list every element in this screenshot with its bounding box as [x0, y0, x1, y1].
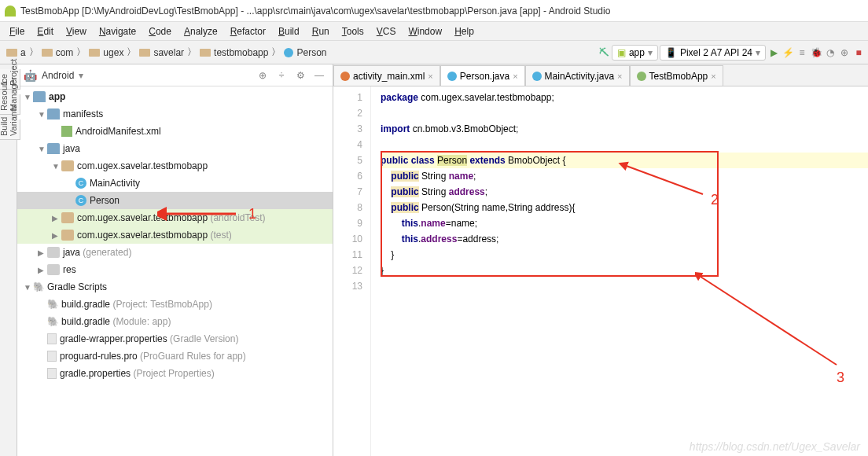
- tree-mainactivity[interactable]: ▶CMainActivity: [17, 175, 333, 192]
- tree-java[interactable]: ▶java (generated): [17, 244, 333, 261]
- tree-com-ugex-savelar-testbmobapp[interactable]: ▼com.ugex.savelar.testbmobapp: [17, 157, 333, 175]
- menu-help[interactable]: Help: [448, 24, 480, 39]
- debug-icon[interactable]: 🐞: [810, 46, 822, 59]
- apply-code-icon[interactable]: ≡: [796, 46, 808, 59]
- module-selector[interactable]: ▣ app ▾: [612, 45, 658, 61]
- menu-refactor[interactable]: Refactor: [224, 24, 272, 39]
- crumb-ugex[interactable]: ugex: [86, 46, 127, 60]
- menu-navigate[interactable]: Navigate: [93, 24, 142, 39]
- device-selector[interactable]: 📱 Pixel 2 A7 API 24 ▾: [660, 45, 766, 61]
- menu-tools[interactable]: Tools: [336, 24, 370, 39]
- editor-tabstrip: activity_main.xml×Person.java×MainActivi…: [333, 64, 868, 86]
- android-icon: 🤖: [24, 69, 37, 82]
- tree-androidmanifest-xml[interactable]: ▶AndroidManifest.xml: [17, 123, 333, 140]
- left-tool-stripe: 1: ProjectResource ManagerBuild Variants: [0, 64, 17, 456]
- tree-gradle-wrapper-properties[interactable]: ▶gradle-wrapper.properties (Gradle Versi…: [17, 330, 333, 348]
- project-tree[interactable]: ▼app▼manifests▶AndroidManifest.xml▼java▼…: [17, 86, 333, 456]
- stop-icon[interactable]: ■: [852, 46, 865, 59]
- nav-toolbar: a〉com〉ugex〉savelar〉testbmobapp〉Person ⛏ …: [0, 41, 868, 64]
- menu-code[interactable]: Code: [142, 24, 178, 39]
- gear-icon[interactable]: ⚙: [293, 68, 307, 83]
- editor-tab-TestBmobApp[interactable]: TestBmobApp×: [630, 65, 723, 86]
- editor-tab-Person.java[interactable]: Person.java×: [440, 65, 525, 86]
- annotation-label-1: 1: [248, 206, 256, 222]
- menu-bar: FileEditViewNavigateCodeAnalyzeRefactorB…: [0, 22, 868, 41]
- close-icon[interactable]: ×: [711, 72, 715, 81]
- code-editor[interactable]: 12345678910111213 package com.ugex.savel…: [333, 86, 868, 456]
- attach-icon[interactable]: ⊕: [838, 46, 851, 59]
- crumb-testbmobapp[interactable]: testbmobapp: [197, 46, 271, 60]
- menu-view[interactable]: View: [60, 24, 93, 39]
- annotation-label-2: 2: [711, 192, 719, 208]
- close-icon[interactable]: ×: [513, 72, 517, 81]
- window-titlebar: TestBmobApp [D:\MyAndroidDevLog\TestBmob…: [0, 0, 868, 22]
- project-panel: 🤖 Android ▾ ⊕ ÷ ⚙ — ▼app▼manifests▶Andro…: [17, 64, 333, 456]
- editor-area: activity_main.xml×Person.java×MainActivi…: [333, 64, 868, 456]
- tree-gradle-scripts[interactable]: ▼🐘Gradle Scripts: [17, 278, 333, 296]
- close-icon[interactable]: ×: [617, 72, 622, 81]
- menu-build[interactable]: Build: [272, 24, 306, 39]
- build-icon[interactable]: ⛏: [598, 46, 610, 59]
- tree-build-gradle[interactable]: ▶🐘build.gradle (Module: app): [17, 313, 333, 330]
- tree-manifests[interactable]: ▼manifests: [17, 105, 333, 123]
- tree-com-ugex-savelar-testbmobapp[interactable]: ▶com.ugex.savelar.testbmobapp (androidTe…: [17, 209, 333, 226]
- hide-icon[interactable]: —: [312, 68, 326, 83]
- line-gutter: 12345678910111213: [333, 86, 371, 456]
- tree-java[interactable]: ▼java: [17, 140, 333, 157]
- tree-person[interactable]: ▶CPerson: [17, 192, 333, 209]
- project-header: 🤖 Android ▾ ⊕ ÷ ⚙ —: [17, 64, 333, 86]
- menu-window[interactable]: Window: [402, 24, 448, 39]
- code-content[interactable]: package com.ugex.savelar.testbmobapp;imp…: [371, 86, 868, 456]
- menu-file[interactable]: File: [3, 24, 31, 39]
- menu-edit[interactable]: Edit: [31, 24, 60, 39]
- editor-tab-activity_main.xml[interactable]: activity_main.xml×: [333, 65, 440, 86]
- collapse-icon[interactable]: ÷: [274, 68, 289, 83]
- menu-analyze[interactable]: Analyze: [178, 24, 224, 39]
- side-tab[interactable]: Build Variants: [0, 120, 20, 140]
- crumb-a[interactable]: a: [3, 46, 29, 60]
- editor-tab-MainActivity.java[interactable]: MainActivity.java×: [525, 65, 630, 86]
- tree-app[interactable]: ▼app: [17, 88, 333, 105]
- watermark: https://blog.csdn.net/Ugex_Savelar: [690, 440, 860, 453]
- breadcrumb: a〉com〉ugex〉savelar〉testbmobapp〉Person: [3, 46, 330, 60]
- tree-res[interactable]: ▶res: [17, 261, 333, 278]
- tree-build-gradle[interactable]: ▶🐘build.gradle (Project: TestBmobApp): [17, 296, 333, 313]
- close-icon[interactable]: ×: [428, 72, 432, 81]
- run-icon[interactable]: ▶: [767, 46, 780, 59]
- menu-run[interactable]: Run: [306, 24, 336, 39]
- tree-proguard-rules-pro[interactable]: ▶proguard-rules.pro (ProGuard Rules for …: [17, 348, 333, 365]
- annotation-label-3: 3: [837, 370, 844, 386]
- window-title: TestBmobApp [D:\MyAndroidDevLog\TestBmob…: [20, 6, 610, 17]
- crumb-com[interactable]: com: [39, 46, 77, 60]
- apply-changes-icon[interactable]: ⚡: [782, 46, 794, 59]
- project-mode[interactable]: Android: [42, 70, 74, 81]
- menu-vcs[interactable]: VCS: [370, 24, 403, 39]
- profile-icon[interactable]: ◔: [824, 46, 837, 59]
- tree-gradle-properties[interactable]: ▶gradle.properties (Project Properties): [17, 365, 333, 382]
- app-logo-icon: [5, 6, 16, 17]
- crumb-Person[interactable]: Person: [281, 46, 329, 60]
- crumb-savelar[interactable]: savelar: [136, 46, 187, 60]
- target-icon[interactable]: ⊕: [256, 68, 270, 83]
- tree-com-ugex-savelar-testbmobapp[interactable]: ▶com.ugex.savelar.testbmobapp (test): [17, 226, 333, 244]
